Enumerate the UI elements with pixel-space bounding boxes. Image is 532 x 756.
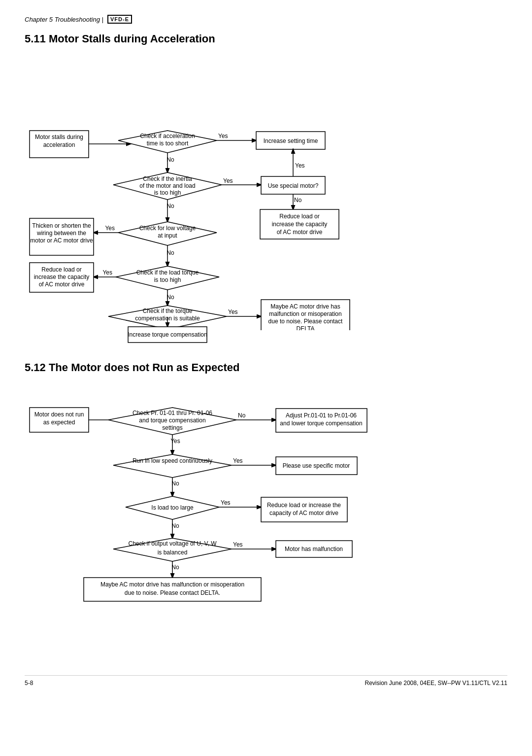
svg-text:due to noise. Please contact D: due to noise. Please contact DELTA. [125, 589, 220, 596]
svg-text:Use special motor?: Use special motor? [268, 182, 319, 189]
svg-text:Yes: Yes [102, 269, 112, 276]
svg-text:Check if acceleration: Check if acceleration [140, 133, 195, 139]
svg-text:Is load too large: Is load too large [151, 504, 194, 511]
svg-text:Reduce load or increase the: Reduce load or increase the [267, 502, 341, 509]
svg-text:Maybe AC motor drive has malfu: Maybe AC motor drive has malfunction or … [100, 581, 244, 588]
svg-text:Thicken or shorten the: Thicken or shorten the [32, 222, 91, 229]
svg-text:Motor does not run: Motor does not run [34, 411, 84, 418]
section-511-title: 5.11 Motor Stalls during Acceleration [25, 33, 507, 45]
svg-text:DELTA: DELTA [297, 325, 315, 330]
svg-text:Increase torque compensation: Increase torque compensation [128, 331, 207, 338]
svg-text:Increase setting time: Increase setting time [264, 137, 318, 144]
diagram-511: Motor stalls during acceleration Check i… [25, 54, 507, 346]
flowchart-512: Motor does not run as expected Check Pr.… [25, 383, 507, 659]
svg-text:of AC motor drive: of AC motor drive [39, 281, 85, 288]
svg-text:No: No [294, 197, 302, 204]
svg-text:Adjust Pr.01-01 to Pr.01-06: Adjust Pr.01-01 to Pr.01-06 [286, 412, 357, 419]
svg-text:Yes: Yes [223, 177, 233, 184]
flowchart-511: Motor stalls during acceleration Check i… [25, 54, 507, 330]
svg-text:is too high: is too high [154, 189, 181, 196]
svg-text:malfunction or misoperation: malfunction or misoperation [269, 310, 341, 317]
svg-text:settings: settings [162, 424, 182, 431]
svg-text:and lower torque compensation: and lower torque compensation [280, 420, 362, 427]
svg-text:motor or AC motor drive: motor or AC motor drive [30, 237, 93, 244]
svg-text:Reduce load or: Reduce load or [279, 213, 319, 220]
svg-text:Yes: Yes [233, 457, 243, 464]
svg-text:as expected: as expected [43, 419, 75, 426]
svg-text:Check if the inertia: Check if the inertia [143, 175, 192, 182]
footer-revision: Revision June 2008, 04EE, SW--PW V1.11/C… [365, 680, 507, 687]
svg-text:Motor  has malfunction: Motor has malfunction [285, 546, 343, 552]
svg-text:Maybe AC motor drive has: Maybe AC motor drive has [270, 303, 340, 310]
svg-text:Yes: Yes [170, 438, 180, 445]
svg-text:Check for low voltage: Check for low voltage [139, 225, 196, 232]
svg-text:increase the capacity: increase the capacity [34, 274, 90, 280]
svg-text:and torque compensation: and torque compensation [139, 417, 205, 424]
svg-text:Yes: Yes [218, 133, 228, 139]
svg-text:time is too short: time is too short [147, 140, 189, 147]
svg-text:Yes: Yes [295, 162, 305, 169]
svg-text:No: No [238, 412, 246, 419]
svg-text:Yes: Yes [221, 499, 231, 506]
svg-text:increase the capacity: increase the capacity [272, 221, 328, 228]
svg-text:wiring between the: wiring between the [36, 230, 86, 237]
svg-text:is too high: is too high [154, 276, 181, 283]
svg-text:Please use specific motor: Please use specific motor [283, 462, 350, 469]
svg-text:Check if the torque: Check if the torque [143, 308, 193, 314]
svg-text:Yes: Yes [105, 225, 115, 232]
svg-text:Check if output voltage of U, : Check if output voltage of U, V, W [129, 540, 217, 547]
svg-text:is balanced: is balanced [158, 549, 188, 556]
svg-text:Check if the load torque: Check if the load torque [136, 269, 199, 276]
svg-text:of AC motor drive: of AC motor drive [277, 229, 323, 236]
node-start-511: Motor stalls during [35, 134, 83, 140]
svg-text:Yes: Yes [228, 309, 238, 315]
svg-text:at input: at input [158, 232, 177, 239]
svg-text:Run in low speed continuously: Run in low speed continuously [133, 457, 212, 464]
section-512-title: 5.12 The Motor does not Run as Expected [25, 361, 507, 374]
chapter-label: Chapter 5 Troubleshooting | [25, 16, 103, 23]
footer-page-number: 5-8 [25, 680, 33, 687]
page-header: Chapter 5 Troubleshooting | VFD-E [25, 15, 507, 24]
vfd-logo: VFD-E [107, 15, 132, 24]
diagram-512: Motor does not run as expected Check Pr.… [25, 383, 507, 660]
svg-text:of the motor and load: of the motor and load [139, 182, 195, 189]
page-footer: 5-8 Revision June 2008, 04EE, SW--PW V1.… [25, 675, 507, 687]
svg-text:capacity of AC motor drive: capacity of AC motor drive [269, 510, 338, 516]
svg-text:Reduce load or: Reduce load or [41, 266, 81, 273]
svg-text:acceleration: acceleration [43, 141, 75, 148]
svg-text:due to noise. Please contact: due to noise. Please contact [268, 318, 343, 325]
svg-text:Yes: Yes [233, 541, 243, 548]
svg-text:Check Pr. 01-01 thru Pr. 01-06: Check Pr. 01-01 thru Pr. 01-06 [133, 410, 212, 416]
